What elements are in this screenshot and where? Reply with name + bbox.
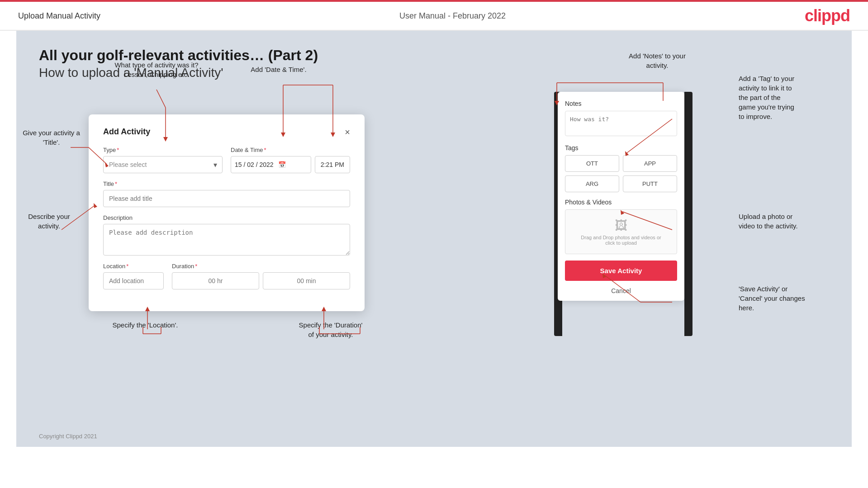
top-bar: Upload Manual Activity User Manual - Feb… (0, 0, 868, 31)
duration-min-input[interactable] (263, 272, 350, 289)
duration-inputs (172, 272, 350, 289)
duration-label: Duration* (172, 263, 350, 270)
photo-upload-area[interactable]: 🖼 Drag and Drop photos and videos or cli… (565, 209, 677, 254)
annotation-save: 'Save Activity' or 'Cancel' your changes… (739, 284, 843, 313)
datetime-label: Date & Time* (231, 147, 350, 153)
type-group: Type* Please select (103, 147, 223, 173)
type-select-wrapper: Please select (103, 156, 223, 173)
location-label: Location* (103, 263, 164, 270)
annotation-location: Specify the 'Location'. (100, 320, 190, 330)
date-time-inputs: 15 / 02 / 2022 📅 2:21 PM (231, 156, 350, 173)
phone-panel: Notes Tags OTT APP ARG PUTT Photos & Vid… (558, 92, 684, 301)
manual-title: User Manual - February 2022 (399, 11, 506, 21)
title-label: Title* (103, 180, 350, 187)
tags-label: Tags (565, 144, 677, 152)
tag-arg[interactable]: ARG (565, 175, 619, 192)
duration-group: Duration* (172, 263, 350, 289)
date-input[interactable]: 15 / 02 / 2022 📅 (231, 156, 311, 173)
page-title: Upload Manual Activity (18, 11, 100, 21)
tag-ott[interactable]: OTT (565, 155, 619, 172)
annotation-datetime: Add 'Date & Time'. (233, 65, 324, 74)
svg-line-0 (157, 90, 166, 108)
notes-input[interactable] (565, 111, 677, 136)
tag-app[interactable]: APP (623, 155, 677, 172)
description-group: Description (103, 214, 350, 256)
modal-close-button[interactable]: × (345, 128, 350, 137)
phone-right-bar (684, 92, 693, 336)
panel-content: Notes Tags OTT APP ARG PUTT Photos & Vid… (558, 92, 684, 301)
main-content: All your golf-relevant activities… (Part… (16, 31, 852, 447)
save-activity-button[interactable]: Save Activity (565, 261, 677, 281)
title-input[interactable] (103, 190, 350, 207)
datetime-group: Date & Time* 15 / 02 / 2022 📅 2:21 PM (231, 147, 350, 173)
photos-label: Photos & Videos (565, 199, 677, 206)
cancel-link[interactable]: Cancel (565, 285, 677, 296)
location-input[interactable] (103, 272, 164, 289)
description-input[interactable] (103, 224, 350, 256)
duration-hr-input[interactable] (172, 272, 259, 289)
type-datetime-row: Type* Please select Date & Time* 15 / 02… (103, 147, 350, 173)
annotation-tag: Add a 'Tag' to your activity to link it … (739, 74, 843, 121)
type-label: Type* (103, 147, 223, 153)
annotation-notes: Add 'Notes' to your activity. (612, 51, 702, 70)
tags-grid: OTT APP ARG PUTT (565, 155, 677, 192)
add-activity-modal: Add Activity × Type* Please select Date … (89, 114, 365, 311)
copyright: Copyright Clippd 2021 (39, 433, 97, 440)
description-label: Description (103, 214, 350, 221)
notes-label: Notes (565, 100, 677, 107)
description-row: Description (103, 214, 350, 256)
photo-placeholder: Drag and Drop photos and videos or click… (569, 235, 673, 246)
title-group: Title* (103, 180, 350, 207)
annotation-description: Describe your activity. (16, 212, 82, 231)
location-group: Location* (103, 263, 164, 289)
modal-header: Add Activity × (103, 127, 350, 137)
annotation-duration: Specify the 'Duration' of your activity. (279, 320, 383, 339)
photo-icon: 🖼 (569, 218, 673, 233)
time-input[interactable]: 2:21 PM (315, 156, 350, 173)
modal-title: Add Activity (103, 127, 150, 137)
type-select[interactable]: Please select (103, 156, 223, 173)
tag-putt[interactable]: PUTT (623, 175, 677, 192)
location-duration-row: Location* Duration* (103, 263, 350, 289)
annotation-type: What type of activity was it? Lesson, Ch… (107, 60, 206, 79)
annotation-photo: Upload a photo or video to the activity. (739, 212, 843, 231)
logo: clippd (805, 6, 850, 25)
title-row: Title* (103, 180, 350, 207)
annotation-title: Give your activity a 'Title'. (16, 128, 86, 147)
